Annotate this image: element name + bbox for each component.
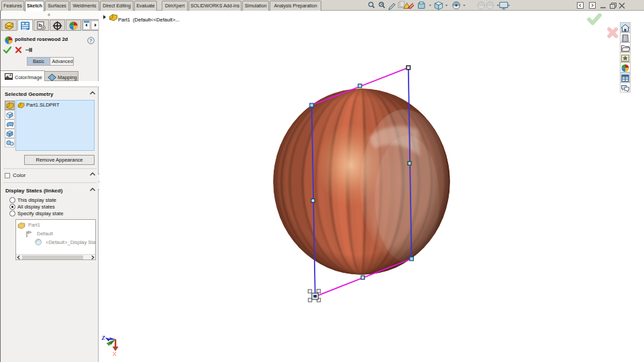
svg-text:?: ? [89, 38, 92, 44]
svg-text:Z: Z [101, 335, 105, 341]
svg-text:X: X [113, 350, 117, 357]
